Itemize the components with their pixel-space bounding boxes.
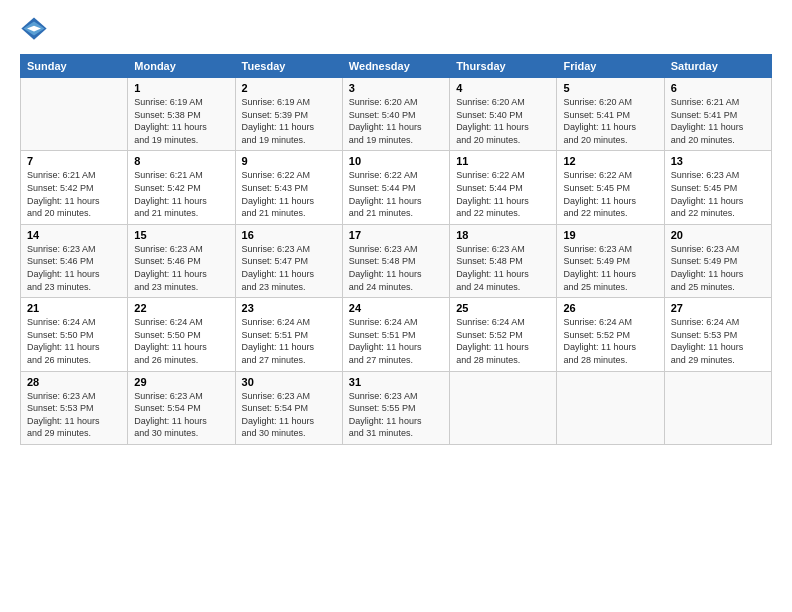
day-number: 13 xyxy=(671,155,765,167)
day-number: 14 xyxy=(27,229,121,241)
calendar-cell: 30Sunrise: 6:23 AMSunset: 5:54 PMDayligh… xyxy=(235,371,342,444)
calendar-cell: 25Sunrise: 6:24 AMSunset: 5:52 PMDayligh… xyxy=(450,298,557,371)
day-number: 20 xyxy=(671,229,765,241)
calendar-cell: 27Sunrise: 6:24 AMSunset: 5:53 PMDayligh… xyxy=(664,298,771,371)
day-info: Sunrise: 6:20 AMSunset: 5:40 PMDaylight:… xyxy=(349,96,443,146)
calendar-cell: 8Sunrise: 6:21 AMSunset: 5:42 PMDaylight… xyxy=(128,151,235,224)
day-number: 4 xyxy=(456,82,550,94)
week-row-5: 28Sunrise: 6:23 AMSunset: 5:53 PMDayligh… xyxy=(21,371,772,444)
day-number: 27 xyxy=(671,302,765,314)
day-info: Sunrise: 6:23 AMSunset: 5:46 PMDaylight:… xyxy=(134,243,228,293)
day-number: 1 xyxy=(134,82,228,94)
day-number: 21 xyxy=(27,302,121,314)
day-number: 28 xyxy=(27,376,121,388)
day-number: 10 xyxy=(349,155,443,167)
day-number: 9 xyxy=(242,155,336,167)
day-number: 3 xyxy=(349,82,443,94)
header xyxy=(20,16,772,44)
day-info: Sunrise: 6:22 AMSunset: 5:44 PMDaylight:… xyxy=(349,169,443,219)
calendar-cell: 12Sunrise: 6:22 AMSunset: 5:45 PMDayligh… xyxy=(557,151,664,224)
day-number: 2 xyxy=(242,82,336,94)
calendar-cell: 1Sunrise: 6:19 AMSunset: 5:38 PMDaylight… xyxy=(128,78,235,151)
calendar-cell xyxy=(664,371,771,444)
day-info: Sunrise: 6:20 AMSunset: 5:41 PMDaylight:… xyxy=(563,96,657,146)
day-number: 31 xyxy=(349,376,443,388)
calendar-cell: 9Sunrise: 6:22 AMSunset: 5:43 PMDaylight… xyxy=(235,151,342,224)
page: SundayMondayTuesdayWednesdayThursdayFrid… xyxy=(0,0,792,612)
calendar-cell: 23Sunrise: 6:24 AMSunset: 5:51 PMDayligh… xyxy=(235,298,342,371)
day-info: Sunrise: 6:23 AMSunset: 5:55 PMDaylight:… xyxy=(349,390,443,440)
week-row-2: 7Sunrise: 6:21 AMSunset: 5:42 PMDaylight… xyxy=(21,151,772,224)
calendar-cell: 26Sunrise: 6:24 AMSunset: 5:52 PMDayligh… xyxy=(557,298,664,371)
calendar-cell: 19Sunrise: 6:23 AMSunset: 5:49 PMDayligh… xyxy=(557,224,664,297)
day-info: Sunrise: 6:22 AMSunset: 5:44 PMDaylight:… xyxy=(456,169,550,219)
day-number: 26 xyxy=(563,302,657,314)
day-number: 5 xyxy=(563,82,657,94)
day-info: Sunrise: 6:23 AMSunset: 5:54 PMDaylight:… xyxy=(242,390,336,440)
day-info: Sunrise: 6:23 AMSunset: 5:49 PMDaylight:… xyxy=(563,243,657,293)
header-cell-thursday: Thursday xyxy=(450,55,557,78)
day-number: 12 xyxy=(563,155,657,167)
header-cell-monday: Monday xyxy=(128,55,235,78)
calendar-cell: 28Sunrise: 6:23 AMSunset: 5:53 PMDayligh… xyxy=(21,371,128,444)
header-cell-saturday: Saturday xyxy=(664,55,771,78)
day-number: 17 xyxy=(349,229,443,241)
header-cell-sunday: Sunday xyxy=(21,55,128,78)
calendar-cell: 16Sunrise: 6:23 AMSunset: 5:47 PMDayligh… xyxy=(235,224,342,297)
day-number: 6 xyxy=(671,82,765,94)
calendar-cell: 14Sunrise: 6:23 AMSunset: 5:46 PMDayligh… xyxy=(21,224,128,297)
calendar-cell: 4Sunrise: 6:20 AMSunset: 5:40 PMDaylight… xyxy=(450,78,557,151)
calendar-cell xyxy=(450,371,557,444)
day-number: 7 xyxy=(27,155,121,167)
calendar-cell: 18Sunrise: 6:23 AMSunset: 5:48 PMDayligh… xyxy=(450,224,557,297)
day-number: 8 xyxy=(134,155,228,167)
calendar-cell: 31Sunrise: 6:23 AMSunset: 5:55 PMDayligh… xyxy=(342,371,449,444)
day-number: 30 xyxy=(242,376,336,388)
day-number: 15 xyxy=(134,229,228,241)
day-info: Sunrise: 6:24 AMSunset: 5:52 PMDaylight:… xyxy=(563,316,657,366)
day-info: Sunrise: 6:23 AMSunset: 5:53 PMDaylight:… xyxy=(27,390,121,440)
day-info: Sunrise: 6:24 AMSunset: 5:50 PMDaylight:… xyxy=(27,316,121,366)
calendar-cell: 20Sunrise: 6:23 AMSunset: 5:49 PMDayligh… xyxy=(664,224,771,297)
day-number: 29 xyxy=(134,376,228,388)
day-info: Sunrise: 6:21 AMSunset: 5:41 PMDaylight:… xyxy=(671,96,765,146)
day-info: Sunrise: 6:22 AMSunset: 5:45 PMDaylight:… xyxy=(563,169,657,219)
calendar-cell: 17Sunrise: 6:23 AMSunset: 5:48 PMDayligh… xyxy=(342,224,449,297)
logo xyxy=(20,16,52,44)
calendar-cell: 22Sunrise: 6:24 AMSunset: 5:50 PMDayligh… xyxy=(128,298,235,371)
calendar-cell: 6Sunrise: 6:21 AMSunset: 5:41 PMDaylight… xyxy=(664,78,771,151)
day-number: 16 xyxy=(242,229,336,241)
day-number: 25 xyxy=(456,302,550,314)
week-row-3: 14Sunrise: 6:23 AMSunset: 5:46 PMDayligh… xyxy=(21,224,772,297)
calendar-table: SundayMondayTuesdayWednesdayThursdayFrid… xyxy=(20,54,772,445)
day-number: 24 xyxy=(349,302,443,314)
day-info: Sunrise: 6:23 AMSunset: 5:48 PMDaylight:… xyxy=(349,243,443,293)
day-info: Sunrise: 6:24 AMSunset: 5:51 PMDaylight:… xyxy=(349,316,443,366)
day-info: Sunrise: 6:24 AMSunset: 5:53 PMDaylight:… xyxy=(671,316,765,366)
day-info: Sunrise: 6:19 AMSunset: 5:39 PMDaylight:… xyxy=(242,96,336,146)
calendar-cell: 7Sunrise: 6:21 AMSunset: 5:42 PMDaylight… xyxy=(21,151,128,224)
calendar-cell: 29Sunrise: 6:23 AMSunset: 5:54 PMDayligh… xyxy=(128,371,235,444)
day-info: Sunrise: 6:23 AMSunset: 5:54 PMDaylight:… xyxy=(134,390,228,440)
calendar-cell: 11Sunrise: 6:22 AMSunset: 5:44 PMDayligh… xyxy=(450,151,557,224)
calendar-cell: 2Sunrise: 6:19 AMSunset: 5:39 PMDaylight… xyxy=(235,78,342,151)
day-info: Sunrise: 6:20 AMSunset: 5:40 PMDaylight:… xyxy=(456,96,550,146)
day-info: Sunrise: 6:23 AMSunset: 5:45 PMDaylight:… xyxy=(671,169,765,219)
logo-icon xyxy=(20,16,48,44)
calendar-cell: 13Sunrise: 6:23 AMSunset: 5:45 PMDayligh… xyxy=(664,151,771,224)
calendar-cell: 21Sunrise: 6:24 AMSunset: 5:50 PMDayligh… xyxy=(21,298,128,371)
day-info: Sunrise: 6:24 AMSunset: 5:50 PMDaylight:… xyxy=(134,316,228,366)
day-info: Sunrise: 6:23 AMSunset: 5:46 PMDaylight:… xyxy=(27,243,121,293)
day-number: 19 xyxy=(563,229,657,241)
day-number: 22 xyxy=(134,302,228,314)
header-cell-wednesday: Wednesday xyxy=(342,55,449,78)
week-row-1: 1Sunrise: 6:19 AMSunset: 5:38 PMDaylight… xyxy=(21,78,772,151)
week-row-4: 21Sunrise: 6:24 AMSunset: 5:50 PMDayligh… xyxy=(21,298,772,371)
calendar-cell: 15Sunrise: 6:23 AMSunset: 5:46 PMDayligh… xyxy=(128,224,235,297)
calendar-cell: 24Sunrise: 6:24 AMSunset: 5:51 PMDayligh… xyxy=(342,298,449,371)
calendar-cell xyxy=(557,371,664,444)
day-number: 18 xyxy=(456,229,550,241)
header-cell-tuesday: Tuesday xyxy=(235,55,342,78)
day-number: 23 xyxy=(242,302,336,314)
day-info: Sunrise: 6:22 AMSunset: 5:43 PMDaylight:… xyxy=(242,169,336,219)
